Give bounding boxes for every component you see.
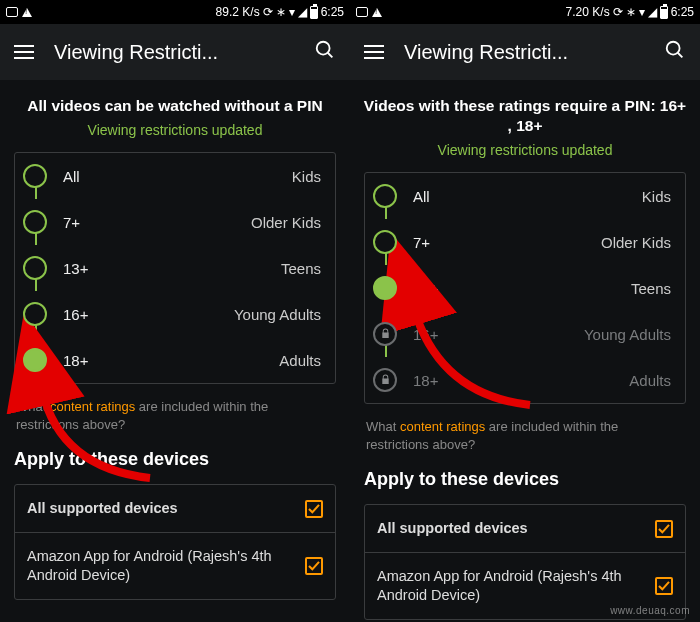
signal-icon: ◢ <box>298 5 307 19</box>
headline: Videos with these ratings require a PIN:… <box>350 96 700 136</box>
tier-7plus[interactable]: 7+ Older Kids <box>365 219 685 265</box>
device-all[interactable]: All supported devices <box>365 505 685 552</box>
svg-point-0 <box>317 42 330 55</box>
tier-category: Older Kids <box>601 234 671 251</box>
refresh-icon: ⟳ <box>613 5 623 19</box>
wifi-icon: ▾ <box>289 5 295 19</box>
bluetooth-icon: ∗ <box>626 5 636 19</box>
refresh-icon: ⟳ <box>263 5 273 19</box>
device-list: All supported devices Amazon App for And… <box>364 504 686 620</box>
footnote: What content ratings are included within… <box>0 384 350 445</box>
rating-tier-list: All Kids 7+ Older Kids 13+ Teens 16+ You… <box>14 152 336 384</box>
status-bar: 7.20 K/s ⟳ ∗ ▾ ◢ 6:25 <box>350 0 700 24</box>
checkbox-icon[interactable] <box>655 577 673 595</box>
svg-line-3 <box>678 53 683 58</box>
section-apply-devices: Apply to these devices <box>0 445 350 484</box>
lock-icon <box>373 322 397 346</box>
image-icon <box>356 7 368 17</box>
tier-16plus[interactable]: 16+ Young Adults <box>15 291 335 337</box>
tier-category: Young Adults <box>584 326 671 343</box>
warning-icon <box>372 8 382 17</box>
rating-tier-list: All Kids 7+ Older Kids 13+ Teens 16+ You… <box>364 172 686 404</box>
tier-label: All <box>63 168 292 185</box>
status-bar: 89.2 K/s ⟳ ∗ ▾ ◢ 6:25 <box>0 0 350 24</box>
tier-label: 16+ <box>413 326 584 343</box>
content-ratings-link[interactable]: content ratings <box>400 419 485 434</box>
tier-16plus[interactable]: 16+ Young Adults <box>365 311 685 357</box>
menu-icon[interactable] <box>14 45 34 59</box>
tier-category: Adults <box>279 352 321 369</box>
content-ratings-link[interactable]: content ratings <box>50 399 135 414</box>
checkbox-icon[interactable] <box>655 520 673 538</box>
tier-category: Kids <box>292 168 321 185</box>
tier-7plus[interactable]: 7+ Older Kids <box>15 199 335 245</box>
tier-category: Teens <box>281 260 321 277</box>
page-title: Viewing Restricti... <box>54 41 294 64</box>
warning-icon <box>22 8 32 17</box>
device-item[interactable]: Amazon App for Android (Rajesh's 4th And… <box>15 532 335 599</box>
tier-all[interactable]: All Kids <box>15 153 335 199</box>
clock: 6:25 <box>671 5 694 19</box>
svg-point-2 <box>667 42 680 55</box>
tier-13plus[interactable]: 13+ Teens <box>365 265 685 311</box>
tier-18plus[interactable]: 18+ Adults <box>15 337 335 383</box>
tier-label: 18+ <box>413 372 629 389</box>
net-speed: 7.20 K/s <box>566 5 610 19</box>
tier-label: 18+ <box>63 352 279 369</box>
footnote: What content ratings are included within… <box>350 404 700 465</box>
wifi-icon: ▾ <box>639 5 645 19</box>
tier-label: 7+ <box>413 234 601 251</box>
tier-13plus[interactable]: 13+ Teens <box>15 245 335 291</box>
device-list: All supported devices Amazon App for And… <box>14 484 336 600</box>
signal-icon: ◢ <box>648 5 657 19</box>
tier-category: Older Kids <box>251 214 321 231</box>
svg-line-1 <box>328 53 333 58</box>
checkbox-icon[interactable] <box>305 500 323 518</box>
page-title: Viewing Restricti... <box>404 41 644 64</box>
app-bar: Viewing Restricti... <box>0 24 350 80</box>
tier-category: Young Adults <box>234 306 321 323</box>
tier-label: 13+ <box>63 260 281 277</box>
tier-label: 7+ <box>63 214 251 231</box>
device-label: All supported devices <box>377 519 645 538</box>
net-speed: 89.2 K/s <box>216 5 260 19</box>
app-bar: Viewing Restricti... <box>350 24 700 80</box>
device-label: Amazon App for Android (Rajesh's 4th And… <box>27 547 295 585</box>
tier-category: Kids <box>642 188 671 205</box>
checkbox-icon[interactable] <box>305 557 323 575</box>
battery-icon <box>310 6 318 19</box>
section-apply-devices: Apply to these devices <box>350 465 700 504</box>
tier-18plus[interactable]: 18+ Adults <box>365 357 685 403</box>
clock: 6:25 <box>321 5 344 19</box>
tier-category: Teens <box>631 280 671 297</box>
watermark: www.deuaq.com <box>610 605 690 616</box>
search-icon[interactable] <box>314 39 336 65</box>
bluetooth-icon: ∗ <box>276 5 286 19</box>
tier-label: 13+ <box>413 280 631 297</box>
status-updated: Viewing restrictions updated <box>0 122 350 138</box>
tier-all[interactable]: All Kids <box>365 173 685 219</box>
tier-label: All <box>413 188 642 205</box>
tier-category: Adults <box>629 372 671 389</box>
tier-label: 16+ <box>63 306 234 323</box>
device-all[interactable]: All supported devices <box>15 485 335 532</box>
search-icon[interactable] <box>664 39 686 65</box>
battery-icon <box>660 6 668 19</box>
device-label: Amazon App for Android (Rajesh's 4th And… <box>377 567 645 605</box>
menu-icon[interactable] <box>364 45 384 59</box>
headline: All videos can be watched without a PIN <box>0 96 350 116</box>
status-updated: Viewing restrictions updated <box>350 142 700 158</box>
lock-icon <box>373 368 397 392</box>
image-icon <box>6 7 18 17</box>
device-label: All supported devices <box>27 499 295 518</box>
